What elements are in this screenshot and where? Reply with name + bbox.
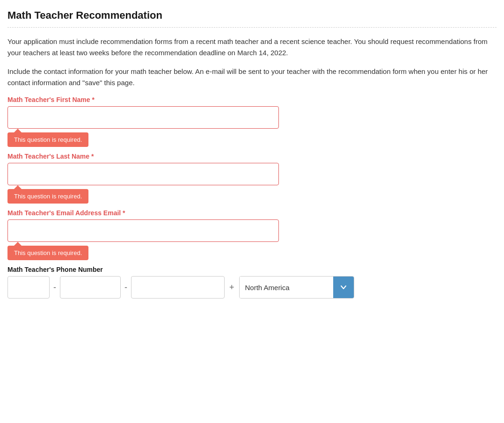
email-error-badge: This question is required. xyxy=(7,246,88,260)
chevron-down-icon xyxy=(340,284,347,291)
page-title: Math Teacher Recommendation xyxy=(7,9,497,22)
phone-field-group: Math Teacher's Phone Number - - + North … xyxy=(7,266,497,299)
last-name-error-badge: This question is required. xyxy=(7,189,88,204)
last-name-label: Math Teacher's Last Name * xyxy=(7,153,497,160)
last-name-field-group: Math Teacher's Last Name * This question… xyxy=(7,153,497,204)
phone-country-dropdown-button[interactable] xyxy=(333,277,354,298)
first-name-input[interactable] xyxy=(7,106,279,129)
phone-segment-3-input[interactable] xyxy=(131,276,225,299)
description-paragraph-2: Include the contact information for your… xyxy=(7,66,497,88)
email-input[interactable] xyxy=(7,219,279,242)
phone-plus-sign: + xyxy=(225,283,239,292)
phone-country-wrapper: North America Europe Asia Other xyxy=(239,276,354,299)
first-name-field-group: Math Teacher's First Name * This questio… xyxy=(7,96,497,147)
phone-country-select[interactable]: North America Europe Asia Other xyxy=(240,277,333,298)
phone-separator-2: - xyxy=(121,283,131,292)
last-name-input[interactable] xyxy=(7,163,279,185)
description-paragraph-1: Your application must include recommenda… xyxy=(7,36,497,58)
section-divider xyxy=(7,27,497,28)
phone-segment-2-input[interactable] xyxy=(60,276,121,299)
phone-segment-1-input[interactable] xyxy=(7,276,50,299)
phone-row: - - + North America Europe Asia Other xyxy=(7,276,497,299)
email-field-group: Math Teacher's Email Address Email * Thi… xyxy=(7,209,497,260)
email-label: Math Teacher's Email Address Email * xyxy=(7,209,497,217)
first-name-error-badge: This question is required. xyxy=(7,132,88,147)
phone-separator-1: - xyxy=(50,283,60,292)
phone-label: Math Teacher's Phone Number xyxy=(7,266,497,273)
first-name-label: Math Teacher's First Name * xyxy=(7,96,497,103)
